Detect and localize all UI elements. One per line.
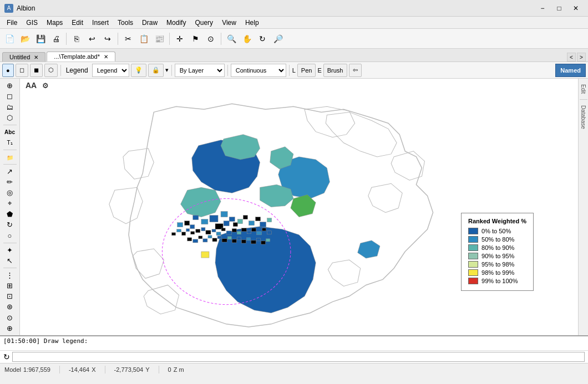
side-tool-project[interactable]: 📁 — [2, 152, 18, 162]
print-button[interactable]: 🖨 — [49, 32, 63, 46]
menu-item-insert[interactable]: Insert — [88, 18, 113, 28]
map-canvas[interactable]: AA ⚙ — [20, 79, 578, 335]
svg-rect-46 — [222, 239, 227, 242]
new-button[interactable]: 📄 — [2, 32, 17, 46]
side-tool-box2[interactable]: ⊛ — [2, 302, 18, 311]
database-panel-label[interactable]: Database — [580, 102, 586, 132]
tab-untitled[interactable]: Untitled ✕ — [2, 52, 45, 62]
side-tool-plus[interactable]: ⊕ — [2, 324, 18, 333]
paste-button[interactable]: 📰 — [152, 32, 166, 46]
pen-button[interactable]: Pen — [297, 64, 316, 77]
side-tool-arrow[interactable]: ↗ — [2, 166, 18, 176]
side-tool-rotate[interactable]: ↻ — [2, 220, 18, 229]
model-label: Model — [4, 366, 21, 373]
svg-rect-3 — [229, 217, 235, 222]
tab-template[interactable]: ...\Template.abd* ✕ — [47, 52, 115, 62]
menu-item-draw[interactable]: Draw — [138, 18, 162, 28]
legend-lock-button[interactable]: 🔒 — [148, 64, 164, 77]
zoom-button[interactable]: 🔍 — [224, 32, 239, 46]
menu-item-maps[interactable]: Maps — [42, 18, 67, 28]
side-tool-layers[interactable]: 🗂 — [2, 102, 18, 111]
close-button[interactable]: ✕ — [568, 3, 584, 14]
legend-label-3: 90% to 95% — [481, 253, 514, 259]
side-tool-nw[interactable]: ↖ — [2, 256, 18, 265]
poly-select-button[interactable]: ◼ — [30, 64, 43, 77]
side-tool-text-abc[interactable]: Abc — [2, 127, 18, 137]
svg-rect-29 — [251, 228, 256, 232]
side-tool-text-t[interactable]: T₁ — [2, 138, 18, 147]
menu-item-query[interactable]: Query — [190, 18, 217, 28]
console-input-row: ↻ — [0, 351, 588, 363]
flag-button[interactable]: ⚑ — [188, 32, 202, 46]
side-tool-ring[interactable]: ⊙ — [2, 313, 18, 322]
brush-button[interactable]: Brush — [323, 64, 347, 77]
pan-button[interactable]: ✋ — [240, 32, 254, 46]
menu-item-edit[interactable]: Edit — [67, 18, 88, 28]
menu-item-modify[interactable]: Modify — [162, 18, 190, 28]
continuous-select[interactable]: Continuous — [231, 64, 286, 77]
edit-panel-label[interactable]: Edit — [580, 81, 586, 97]
gear-icon[interactable]: ⚙ — [41, 81, 50, 90]
side-tool-box1[interactable]: ⊡ — [2, 291, 18, 301]
svg-rect-51 — [246, 238, 250, 240]
legend-light-button[interactable]: 💡 — [131, 64, 146, 77]
search-button[interactable]: 🔎 — [271, 32, 285, 46]
side-tool-select[interactable]: ⊕ — [2, 81, 18, 90]
svg-rect-39 — [187, 238, 192, 241]
legend-box: Ranked Weighted %0% to 50%50% to 80%80% … — [461, 213, 534, 291]
side-tool-crosshair[interactable]: ⌖ — [2, 198, 18, 208]
legend-dropdown[interactable]: Legend — [92, 64, 129, 77]
side-tool-star[interactable]: ✦ — [2, 245, 18, 254]
tab-close-untitled[interactable]: ✕ — [34, 54, 38, 60]
menu-item-file[interactable]: File — [2, 18, 22, 28]
redo-button[interactable]: ↪ — [100, 32, 115, 46]
tab-close-template[interactable]: ✕ — [104, 54, 108, 60]
svg-rect-12 — [255, 217, 260, 221]
arrow-button[interactable]: ⇦ — [349, 64, 362, 77]
maximize-button[interactable]: □ — [551, 3, 567, 14]
side-tool-polygon[interactable]: ⬟ — [2, 209, 18, 219]
svg-rect-38 — [201, 252, 209, 258]
svg-rect-22 — [216, 232, 221, 235]
side-tool-dots[interactable]: ⋮ — [2, 270, 18, 279]
menu-item-view[interactable]: View — [217, 18, 241, 28]
map-toolbar-sep-3 — [227, 65, 228, 76]
cut-button[interactable]: ✂ — [121, 32, 135, 46]
svg-rect-31 — [262, 228, 266, 231]
tab-next-button[interactable]: > — [577, 53, 586, 62]
right-sidebar-sep — [580, 99, 587, 100]
svg-rect-43 — [208, 235, 212, 238]
menu-item-tools[interactable]: Tools — [113, 18, 138, 28]
rect-select-button[interactable]: ◻ — [16, 64, 28, 77]
by-layer-select[interactable]: By Layer — [175, 64, 225, 77]
undo-button[interactable]: ↩ — [85, 32, 99, 46]
minimize-button[interactable]: − — [535, 3, 550, 14]
side-tool-grid[interactable]: ⊞ — [2, 281, 18, 290]
save-button[interactable]: 💾 — [33, 32, 48, 46]
tab-prev-button[interactable]: < — [567, 53, 576, 62]
select-tool-button[interactable]: ● — [2, 64, 14, 77]
y-value: -2,773,504 — [114, 366, 144, 373]
menu-item-help[interactable]: Help — [241, 18, 263, 28]
side-tool-oval[interactable]: ○ — [2, 231, 18, 240]
side-tool-hex[interactable]: ⬡ — [2, 113, 18, 122]
aa-button[interactable]: AA — [23, 81, 39, 90]
legend-item-6: 99% to 100% — [468, 278, 526, 284]
named-button[interactable]: Named — [555, 64, 586, 77]
sidebar-sep-1 — [3, 125, 17, 125]
move-button[interactable]: ✛ — [173, 32, 187, 46]
side-tool-pen[interactable]: ✏ — [2, 177, 18, 187]
lasso-button[interactable]: ⊙ — [204, 32, 218, 46]
legend-label-5: 98% to 99% — [481, 269, 514, 276]
side-tool-circle[interactable]: ◎ — [2, 188, 18, 197]
side-tool-rect[interactable]: ◻ — [2, 91, 18, 101]
layer-select-button[interactable]: ⬡ — [44, 64, 58, 77]
rotate-button[interactable]: ↻ — [255, 32, 270, 46]
menu-item-gis[interactable]: GIS — [22, 18, 42, 28]
console-panel: [01:50:00] Draw legend: ↻ — [0, 335, 588, 363]
open-button[interactable]: 📂 — [18, 32, 32, 46]
clipboard-button[interactable]: 📋 — [136, 32, 151, 46]
z-label: Z m — [174, 366, 184, 373]
copy-button[interactable]: ⎘ — [69, 32, 84, 46]
console-input[interactable] — [12, 352, 585, 362]
